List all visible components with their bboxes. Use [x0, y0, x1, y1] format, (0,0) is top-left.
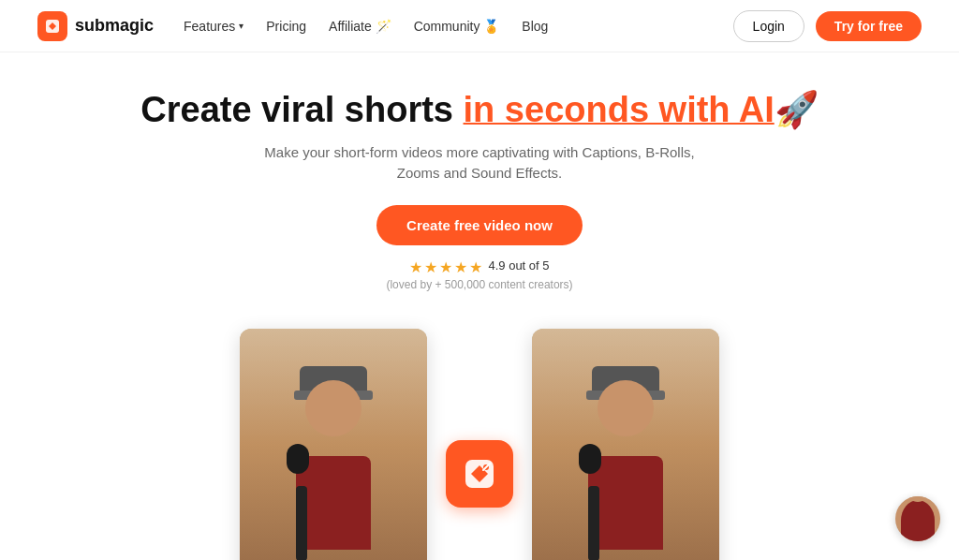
hero-title-emoji: 🚀	[775, 90, 819, 129]
head-after	[598, 380, 654, 436]
logo-icon	[37, 11, 67, 41]
star-3: ★	[439, 258, 452, 276]
body-after	[588, 456, 663, 550]
hero-subtitle: Make your short-form videos more captiva…	[255, 142, 704, 184]
rating-score: 4.9 out of 5	[488, 258, 549, 276]
logo-text: submagic	[75, 16, 154, 36]
nav-link-pricing[interactable]: Pricing	[266, 19, 306, 34]
mic-head-after	[579, 444, 601, 474]
hero-section: Create viral shorts in seconds with AI🚀 …	[0, 52, 959, 310]
hero-title-start: Create viral shorts	[140, 90, 463, 129]
mic-stand-after	[588, 486, 599, 560]
body-before	[296, 456, 371, 550]
demo-image-after: ALGORITHM REWARDS	[532, 329, 719, 560]
star-4: ★	[454, 258, 467, 276]
hero-title-highlight: in seconds with AI	[464, 90, 775, 129]
rating-loved: (loved by + 500,000 content creators)	[386, 278, 572, 291]
submagic-logo-icon	[462, 456, 497, 492]
demo-middle-logo	[446, 440, 513, 508]
head-before	[305, 380, 361, 436]
navbar-right: Login Try for free	[733, 10, 922, 42]
avatar-head	[907, 496, 928, 502]
nav-link-affiliate[interactable]: Affiliate 🪄	[329, 19, 391, 34]
avatar-fab[interactable]	[895, 496, 940, 541]
mic-stand-before	[296, 486, 307, 560]
logo[interactable]: submagic	[37, 11, 154, 41]
nav-link-community[interactable]: Community 🏅	[414, 19, 500, 34]
star-1: ★	[409, 258, 422, 276]
avatar-person	[901, 500, 935, 541]
try-for-free-button[interactable]: Try for free	[816, 11, 922, 41]
nav-link-blog[interactable]: Blog	[522, 19, 548, 34]
navbar-left: submagic Features ▾ Pricing Affiliate 🪄 …	[37, 11, 548, 41]
mic-head-before	[287, 444, 309, 474]
star-2: ★	[424, 258, 437, 276]
star-rating: ★ ★ ★ ★ ★ 4.9 out of 5	[409, 258, 549, 276]
navbar: submagic Features ▾ Pricing Affiliate 🪄 …	[0, 0, 959, 52]
hero-title: Create viral shorts in seconds with AI🚀	[140, 90, 818, 131]
create-video-button[interactable]: Create free video now	[376, 205, 583, 245]
nav-link-features[interactable]: Features ▾	[184, 19, 243, 34]
login-button[interactable]: Login	[733, 10, 804, 42]
nav-links: Features ▾ Pricing Affiliate 🪄 Community…	[184, 19, 548, 34]
star-5: ★	[469, 258, 482, 276]
demo-section: ALGORITHM REWARDS	[0, 310, 959, 560]
rating-row: ★ ★ ★ ★ ★ 4.9 out of 5 (loved by + 500,0…	[386, 258, 572, 291]
demo-image-before	[240, 329, 427, 560]
chevron-down-icon: ▾	[239, 21, 243, 31]
